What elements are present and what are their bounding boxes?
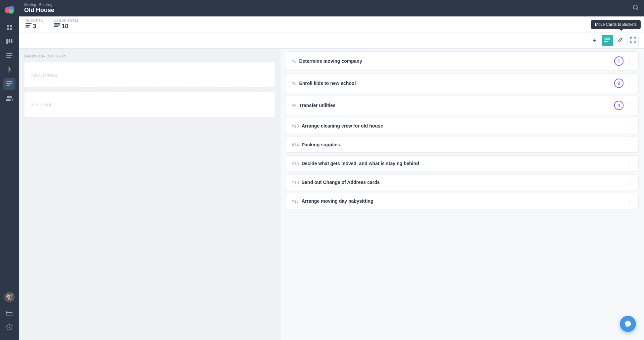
cards-count: 10	[62, 23, 68, 30]
stats-bar: BUCKETS 3 CARDS TOTAL	[19, 16, 644, 33]
move-cards-tooltip: Move Cards to Buckets	[591, 20, 641, 29]
card-row: #5 Enroll kids to new school 2 ⋮	[286, 74, 639, 93]
card-row: #17 Arrange moving day babysitting ⋮	[286, 193, 639, 209]
card-title: Enroll kids to new school	[299, 81, 356, 86]
svg-rect-18	[6, 311, 12, 315]
card-number: #8	[292, 103, 296, 108]
toolbar: Move Cards to Buckets +	[19, 33, 644, 49]
content-area: BACKLOG BUCKETS New House Kids Stuff #3 …	[19, 49, 644, 340]
fullscreen-button[interactable]	[627, 35, 639, 46]
edit-button[interactable]	[614, 35, 626, 46]
buckets-panel-header: BACKLOG BUCKETS	[24, 54, 275, 58]
buckets-icon	[26, 23, 32, 30]
svg-rect-9	[11, 39, 12, 43]
svg-rect-26	[54, 23, 60, 24]
svg-rect-30	[604, 40, 610, 41]
svg-rect-8	[9, 39, 10, 43]
sidebar-item-team[interactable]	[3, 92, 15, 104]
page-title: Old House	[24, 7, 54, 14]
svg-point-17	[10, 96, 12, 98]
cards-icon	[54, 23, 60, 30]
card-row: #8 Transfer utilities 4 ⋮	[286, 96, 639, 115]
card-number: #13	[292, 124, 299, 129]
card-more-menu[interactable]: ⋮	[627, 102, 633, 108]
sidebar-item-board[interactable]	[3, 36, 15, 48]
card-row: #15 Decide what gets moved, and what is …	[286, 155, 639, 172]
svg-rect-11	[6, 55, 12, 56]
svg-point-2	[9, 9, 14, 14]
user-avatar[interactable]: 🐒	[4, 292, 15, 302]
bucket-item-kids-stuff[interactable]: Kids Stuff	[24, 92, 275, 117]
card-title: Arrange cleaning crew for old house	[302, 123, 383, 129]
card-title: Send out Change of Address cards	[302, 180, 380, 185]
main-wrapper: Moving · Backlog Old House BUCKETS	[19, 0, 644, 340]
move-cards-button[interactable]	[602, 35, 613, 46]
cards-panel: #3 Determine moving company 1 ⋮ #5 Enrol…	[281, 49, 644, 340]
card-more-menu[interactable]: ⋮	[627, 198, 633, 204]
card-title: Arrange moving day babysitting	[302, 198, 374, 204]
search-icon[interactable]	[633, 4, 639, 12]
svg-rect-25	[26, 27, 29, 28]
card-number: #16	[292, 180, 299, 185]
bucket-name-kids-stuff: Kids Stuff	[31, 102, 53, 107]
topbar-right	[633, 4, 639, 12]
svg-rect-6	[10, 28, 12, 30]
svg-rect-12	[6, 57, 11, 58]
cards-total-stat: CARDS TOTAL 10	[54, 19, 79, 30]
svg-rect-14	[6, 83, 12, 84]
svg-rect-29	[604, 38, 610, 39]
card-row: #13 Arrange cleaning crew for old house …	[286, 118, 639, 134]
sidebar-bottom: 🐒	[3, 292, 15, 336]
sidebar: 🏃 🐒	[0, 0, 19, 340]
card-more-menu[interactable]: ⋮	[627, 80, 633, 86]
topbar-left: Moving · Backlog Old House	[24, 3, 54, 14]
sidebar-item-forward[interactable]	[3, 321, 15, 333]
cards-total-label: CARDS TOTAL	[54, 19, 79, 23]
chat-button[interactable]	[620, 316, 636, 332]
svg-point-21	[633, 5, 637, 9]
bucket-name-new-house: New House	[31, 72, 57, 78]
svg-point-16	[7, 96, 10, 98]
buckets-label: BUCKETS	[26, 19, 43, 23]
svg-rect-31	[604, 41, 608, 42]
plus-icon: +	[593, 37, 597, 44]
topbar: Moving · Backlog Old House	[19, 0, 644, 16]
move-icon	[604, 38, 610, 44]
svg-rect-13	[6, 81, 12, 82]
buckets-stat: BUCKETS 3	[26, 19, 43, 30]
bucket-item-new-house[interactable]: New House	[24, 62, 275, 88]
card-badge: 1	[614, 56, 624, 66]
fullscreen-icon	[630, 37, 636, 44]
sidebar-item-cards[interactable]	[3, 78, 15, 90]
card-title: Packing supplies	[302, 142, 340, 147]
card-badge: 4	[614, 101, 624, 110]
card-more-menu[interactable]: ⋮	[627, 58, 633, 64]
svg-line-22	[637, 9, 638, 10]
sidebar-item-billing[interactable]	[3, 307, 15, 319]
sidebar-item-dashboard[interactable]	[3, 21, 15, 34]
card-title: Determine moving company	[299, 58, 362, 64]
card-number: #14	[292, 142, 299, 147]
card-more-menu[interactable]: ⋮	[627, 142, 633, 148]
card-more-menu[interactable]: ⋮	[627, 160, 633, 166]
svg-rect-15	[6, 85, 10, 86]
card-number: #5	[292, 81, 296, 86]
svg-rect-7	[6, 39, 8, 44]
sidebar-item-running[interactable]: 🏃	[3, 64, 15, 76]
svg-rect-3	[7, 25, 9, 27]
svg-rect-5	[7, 28, 9, 30]
buckets-count: 3	[33, 23, 36, 30]
card-row: #3 Determine moving company 1 ⋮	[286, 51, 639, 71]
card-more-menu[interactable]: ⋮	[627, 123, 633, 129]
svg-rect-28	[54, 26, 58, 27]
svg-rect-19	[6, 312, 12, 313]
add-button[interactable]: +	[589, 35, 600, 46]
card-title: Decide what gets moved, and what is stay…	[302, 161, 419, 166]
card-row: #16 Send out Change of Address cards ⋮	[286, 174, 639, 190]
sidebar-item-list[interactable]	[3, 50, 15, 62]
svg-rect-24	[26, 25, 30, 26]
svg-rect-27	[54, 25, 60, 26]
breadcrumb: Moving · Backlog	[24, 3, 54, 7]
app-logo[interactable]	[3, 4, 15, 16]
card-more-menu[interactable]: ⋮	[627, 179, 633, 185]
